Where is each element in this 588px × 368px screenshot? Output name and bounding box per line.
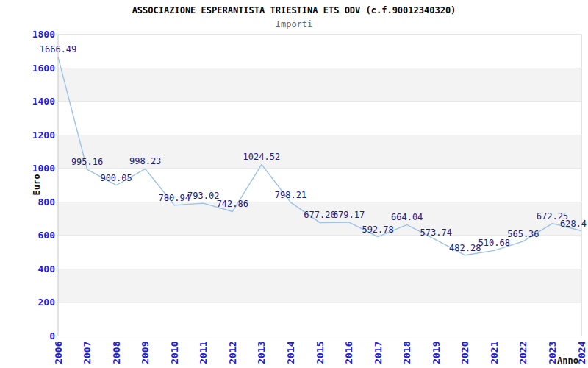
point-label: 798.21 [275, 190, 306, 200]
x-tick-label: 2012 [227, 342, 238, 364]
point-label: 1024.52 [243, 152, 281, 162]
plot-band [58, 68, 581, 102]
point-label: 1666.49 [40, 44, 77, 54]
point-label: 780.94 [159, 193, 190, 203]
chart-window: ASSOCIAZIONE ESPERANTISTA TRIESTINA ETS … [0, 0, 588, 368]
point-label: 995.16 [71, 157, 103, 167]
x-axis-ticks: 2006200720082009201020112012201320142015… [53, 341, 587, 364]
point-label: 742.86 [217, 199, 248, 209]
y-tick-label: 1400 [32, 96, 55, 107]
point-label: 998.23 [129, 156, 161, 166]
y-tick-label: 1000 [32, 163, 55, 174]
x-tick-label: 2006 [53, 341, 64, 364]
line-chart-plot: 0200400600800100012001400160018002006200… [0, 0, 588, 368]
point-label: 628.4 [560, 219, 587, 229]
x-tick-label: 2023 [547, 342, 558, 364]
x-tick-label: 2007 [82, 342, 93, 364]
x-tick-label: 2022 [517, 342, 528, 364]
point-label: 664.04 [391, 212, 423, 222]
point-label: 482.28 [449, 243, 481, 253]
x-tick-label: 2017 [373, 342, 384, 364]
x-tick-label: 2013 [256, 342, 267, 364]
point-label: 565.36 [507, 229, 539, 239]
x-axis-title: Anno [557, 355, 578, 366]
point-label: 510.68 [478, 238, 510, 248]
y-tick-label: 800 [38, 197, 56, 208]
x-tick-label: 2009 [140, 342, 151, 364]
y-tick-label: 600 [38, 230, 56, 241]
y-tick-label: 1600 [32, 63, 55, 74]
plot-band [58, 269, 581, 303]
x-tick-label: 2016 [343, 341, 354, 364]
point-label: 679.17 [333, 210, 365, 220]
x-tick-label: 2021 [489, 341, 500, 364]
point-label: 573.74 [420, 227, 452, 238]
point-label: 592.78 [362, 224, 393, 235]
x-tick-label: 2020 [459, 341, 470, 364]
y-tick-label: 400 [38, 263, 56, 275]
point-label: 677.20 [304, 210, 335, 220]
y-tick-label: 0 [49, 330, 55, 342]
gridlines [58, 68, 581, 303]
x-tick-label: 2008 [111, 341, 122, 364]
x-tick-label: 2019 [431, 342, 442, 364]
x-tick-label: 2010 [169, 341, 180, 364]
y-tick-label: 1200 [32, 130, 55, 141]
x-tick-label: 2018 [401, 341, 412, 364]
plot-bands [58, 68, 581, 303]
y-axis-ticks: 020040060080010001200140016001800 [32, 29, 55, 342]
point-label: 793.02 [187, 191, 219, 201]
y-tick-label: 200 [38, 297, 56, 308]
x-tick-label: 2011 [198, 341, 209, 364]
x-tick-label: 2015 [315, 342, 326, 364]
y-tick-label: 1800 [32, 29, 55, 40]
point-label: 900.05 [100, 173, 132, 183]
x-tick-label: 2014 [285, 341, 296, 364]
